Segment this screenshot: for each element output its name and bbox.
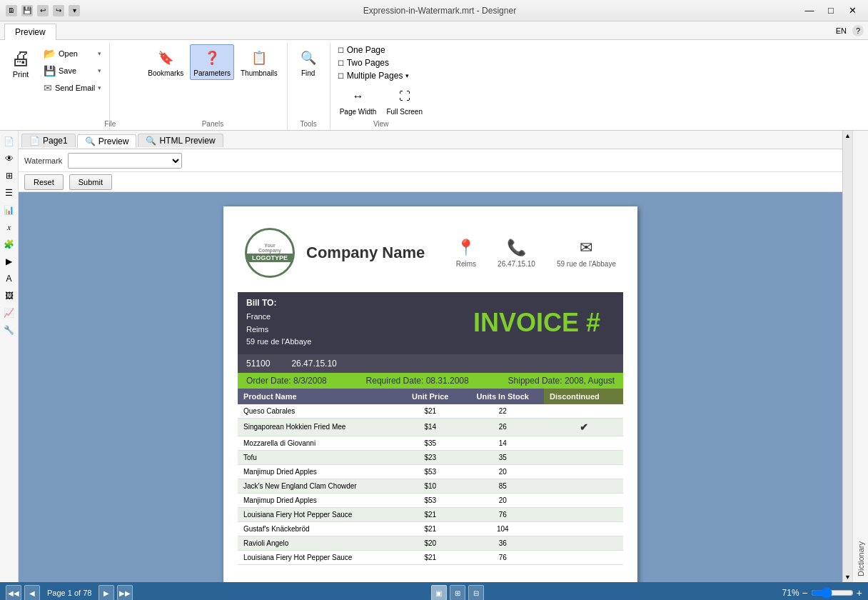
ribbon: 🖨 Print 📂 Open ▾ 💾 Save ▾ ✉ Send Email ▾…: [0, 40, 868, 131]
print-icon: 🖨: [11, 46, 31, 70]
table-cell: Louisiana Fiery Hot Pepper Sauce: [238, 507, 399, 521]
page-view-controls: ▣ ⊞ ⊟: [431, 585, 484, 600]
two-page-view-btn[interactable]: ⊞: [450, 585, 465, 600]
table-row: Ravioli Angelo$2036: [238, 536, 623, 550]
bookmarks-label: Bookmarks: [148, 69, 183, 78]
email-icon: ✉: [44, 82, 52, 94]
sidebar-img-icon[interactable]: 🖼: [1, 288, 17, 304]
maximize-button[interactable]: □: [821, 3, 841, 19]
scroll-up-arrow[interactable]: ▲: [843, 131, 852, 141]
sidebar-list-icon[interactable]: ☰: [1, 185, 17, 201]
prev-page-button[interactable]: ◀: [24, 585, 40, 600]
company-logo: Your Company LOGOTYPE: [245, 228, 295, 278]
full-screen-button[interactable]: ⛶ Full Screen: [383, 83, 426, 119]
zoom-level: 71%: [782, 588, 799, 598]
main-layout: 📄 👁 ⊞ ☰ 📊 𝑥 🧩 ▶ A 🖼 📈 🔧 📄 Page1 🔍 Previe…: [0, 131, 868, 582]
bookmarks-icon: 🔖: [154, 46, 177, 69]
sidebar-grid-icon[interactable]: ⊞: [1, 168, 17, 184]
zoom-in-button[interactable]: +: [857, 587, 862, 599]
multiple-pages-button[interactable]: ☐ Multiple Pages ▾: [336, 70, 411, 81]
page-width-button[interactable]: ↔ Page Width: [336, 83, 380, 119]
save-label: Save: [59, 66, 76, 75]
table-row: Louisiana Fiery Hot Pepper Sauce$2176: [238, 507, 623, 521]
table-cell: [544, 493, 623, 507]
watermark-toolbar: Watermark: [19, 149, 842, 172]
parameters-label: Parameters: [193, 69, 231, 78]
tab-page1[interactable]: 📄 Page1: [21, 134, 76, 147]
help-button[interactable]: ?: [852, 25, 864, 36]
contact-email: ✉ 59 rue de l'Abbaye: [557, 239, 616, 268]
multiple-pages-arrow: ▾: [405, 72, 409, 79]
zoom-out-button[interactable]: −: [802, 587, 808, 599]
panels-group-label: Panels: [144, 119, 281, 130]
thumbnails-button[interactable]: 📋 Thumbnails: [237, 44, 281, 80]
table-cell: 76: [461, 507, 544, 521]
minimize-button[interactable]: —: [799, 3, 819, 19]
required-date: Required Date: 08.31.2008: [366, 376, 469, 386]
last-page-button[interactable]: ▶▶: [117, 585, 133, 600]
dropdown-icon[interactable]: ▾: [69, 5, 80, 16]
zoom-slider[interactable]: [811, 587, 854, 599]
page-preview: Your Company LOGOTYPE Company Name 📍 Rei…: [19, 192, 842, 582]
file-group: 🖨 Print 📂 Open ▾ 💾 Save ▾ ✉ Send Email ▾: [3, 43, 110, 130]
company-name: Company Name: [306, 244, 456, 262]
save-button[interactable]: 💾 Save ▾: [40, 63, 105, 79]
language-selector[interactable]: EN: [836, 26, 847, 35]
postal-code: 51100: [246, 359, 270, 369]
bookmarks-button[interactable]: 🔖 Bookmarks: [144, 44, 187, 80]
sidebar-arrow-right-icon[interactable]: ▶: [1, 254, 17, 269]
undo-icon[interactable]: ↩: [37, 5, 49, 16]
next-page-button[interactable]: ▶: [99, 585, 114, 600]
tab-preview[interactable]: 🔍 Preview: [77, 134, 137, 148]
sidebar-var-icon[interactable]: 𝑥: [1, 219, 17, 235]
sidebar-settings-icon[interactable]: 🔧: [1, 322, 17, 338]
dictionary-sidebar[interactable]: Dictionary: [852, 131, 868, 582]
one-page-button[interactable]: ☐ One Page: [336, 44, 387, 56]
logo-top-text: Your: [264, 243, 275, 248]
logo-company-text: Company: [258, 248, 281, 253]
send-email-button[interactable]: ✉ Send Email ▾: [40, 80, 105, 96]
first-page-button[interactable]: ◀◀: [6, 585, 21, 600]
two-pages-button[interactable]: ☐ Two Pages: [336, 57, 390, 69]
sidebar-data-icon[interactable]: 📊: [1, 202, 17, 218]
open-button[interactable]: 📂 Open ▾: [40, 46, 105, 61]
invoice-details: 51100 26.47.15.10: [238, 354, 623, 373]
table-cell: [544, 404, 623, 419]
tab-html-label: HTML Preview: [159, 136, 215, 146]
two-pages-check-icon: ☐: [338, 59, 344, 67]
tab-preview[interactable]: Preview: [4, 24, 56, 40]
sidebar-chart-icon[interactable]: 📈: [1, 305, 17, 321]
nav-controls: ◀◀ ◀ Page 1 of 78 ▶ ▶▶: [6, 585, 133, 600]
view-buttons-row2: ↔ Page Width ⛶ Full Screen: [336, 81, 426, 119]
single-page-view-btn[interactable]: ▣: [431, 585, 447, 600]
submit-button[interactable]: Submit: [69, 174, 112, 190]
sidebar-puzzle-icon[interactable]: 🧩: [1, 236, 17, 252]
save-icon-small[interactable]: 💾: [21, 5, 33, 16]
right-scrollbar: ▲ ▼: [842, 131, 852, 582]
reset-button[interactable]: Reset: [24, 174, 64, 190]
table-cell: Manjimup Dried Apples: [238, 464, 399, 479]
view-group: ☐ One Page ☐ Two Pages ☐ Multiple Pages …: [330, 43, 432, 130]
col-price: Unit Price: [399, 389, 461, 404]
print-button[interactable]: 🖨 Print: [4, 43, 37, 82]
sidebar-page-icon[interactable]: 📄: [1, 134, 17, 149]
dictionary-label[interactable]: Dictionary: [857, 541, 865, 576]
table-cell: $21: [399, 507, 461, 521]
close-button[interactable]: ✕: [842, 3, 862, 19]
table-cell: [544, 464, 623, 479]
redo-icon[interactable]: ↪: [53, 5, 64, 16]
contact-phone: 📞 26.47.15.10: [498, 239, 535, 268]
table-cell: $21: [399, 521, 461, 536]
table-row: Tofu$2335: [238, 450, 623, 464]
watermark-select[interactable]: [68, 153, 182, 169]
sidebar-format-icon[interactable]: A: [1, 271, 17, 286]
find-button[interactable]: 🔍 Find: [293, 44, 323, 80]
table-cell: 26: [461, 418, 544, 436]
table-row: Louisiana Fiery Hot Pepper Sauce$2176: [238, 550, 623, 564]
ribbon-right-controls: EN ?: [836, 25, 864, 39]
grid-page-view-btn[interactable]: ⊟: [468, 585, 484, 600]
parameters-button[interactable]: ❓ Parameters: [190, 44, 234, 80]
sidebar-eye-icon[interactable]: 👁: [1, 151, 17, 166]
col-discontinued: Discontinued: [544, 389, 623, 404]
tab-html-preview[interactable]: 🔍 HTML Preview: [138, 134, 223, 147]
